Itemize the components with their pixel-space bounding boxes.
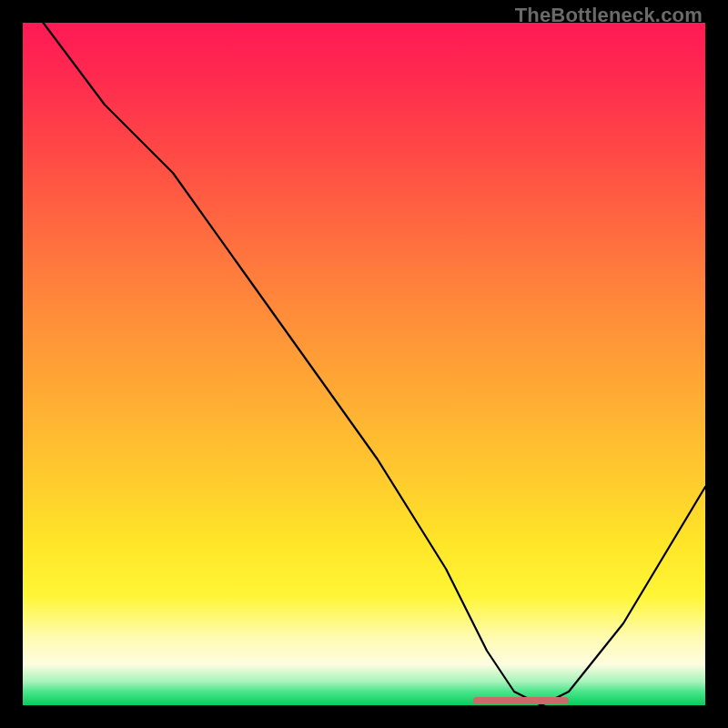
bottleneck-curve xyxy=(23,23,705,705)
optimal-range-indicator xyxy=(473,697,569,704)
chart-plot-area xyxy=(23,23,705,705)
